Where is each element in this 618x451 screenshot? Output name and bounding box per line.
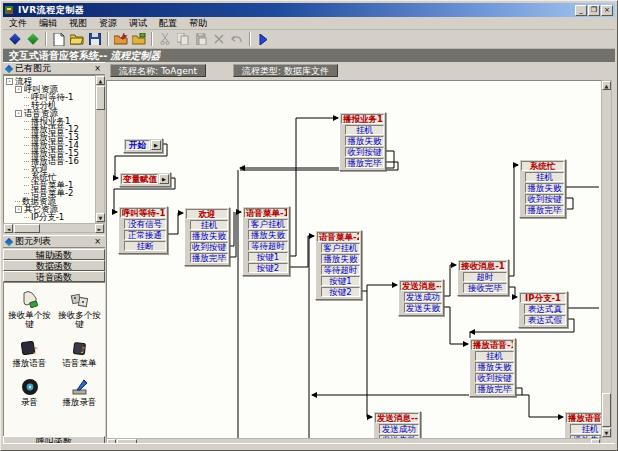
node-play-icon[interactable]: ▶ [151,140,161,150]
menu-item-帮助[interactable]: 帮助 [183,17,213,30]
import-flow-icon[interactable] [112,31,130,47]
tree-expander-icon[interactable]: - [15,206,22,213]
element-tree[interactable]: -流程-呼叫资源呼叫等待-1转分机-语音资源播报业务1播放语音-12播放语音-1… [3,75,95,223]
node-play-icon[interactable]: ▶ [159,174,169,184]
menu-item-调试[interactable]: 调试 [123,17,153,30]
existing-elements-header[interactable]: 已有图元 × [3,62,105,75]
flow-node-port-发送成功[interactable]: 发送成功 [379,424,419,434]
flow-node-port-播放失败[interactable]: 播放失败 [475,362,514,372]
palette-item-接收多个按键[interactable]: 接收多个按键 [55,289,105,329]
tree-expander-icon[interactable]: - [15,86,22,93]
flow-node-welcome[interactable]: 欢迎挂机播放失败收到按键播放完毕 [184,207,230,266]
back-diamond-icon[interactable] [6,31,24,47]
flow-node-port-等待超时[interactable]: 等待超时 [321,265,360,275]
flow-type-button[interactable]: 流程类型: 数据库文件 [233,64,338,77]
flow-node-port-播放完毕[interactable]: 播放完毕 [345,158,384,168]
flow-node-port-正常接通[interactable]: 正常接通 [124,230,166,240]
flow-node-port-挂机[interactable]: 挂机 [345,125,384,135]
minimize-button[interactable]: _ [575,5,587,16]
open-flow-icon[interactable] [68,31,86,47]
menu-item-资源[interactable]: 资源 [93,17,123,30]
flow-node-port-收到按键[interactable]: 收到按键 [345,147,384,157]
flow-node-port-超时[interactable]: 超时 [463,272,507,282]
flow-node-playvoice2[interactable]: 播放语音-1挂机播放失败 [564,411,601,438]
flow-node-port-挂机[interactable]: 挂机 [190,220,228,230]
flow-node-port-挂机[interactable]: 挂机 [570,424,601,434]
flow-node-start[interactable]: 开始▶ [123,138,163,153]
flow-node-port-播放失败[interactable]: 播放失败 [190,231,228,241]
flow-node-port-按键2[interactable]: 按键2 [321,287,360,297]
flow-node-playvoice1[interactable]: 播放语音-1挂机播放失败收到按键播放完毕 [469,338,516,397]
title-bar[interactable]: IVR流程定制器 _ ❐ × [3,3,615,17]
flow-node-assign[interactable]: 变量赋值▶ [119,172,171,187]
flow-node-ipbranch[interactable]: IP分支-1表达式真表达式假 [518,291,568,328]
flow-node-port-表达式假[interactable]: 表达式假 [524,315,566,325]
flow-node-port-发送成功[interactable]: 发送成功 [404,292,442,302]
flow-node-port-按键1[interactable]: 按键1 [321,276,360,286]
palette-item-录音[interactable]: 录音 [5,376,55,407]
export-flow-icon[interactable] [130,31,148,47]
tree-item-IP分支-1[interactable]: IP分支-1 [4,213,95,221]
canvas-vscrollbar[interactable]: ▲ ▼ [601,80,612,438]
flow-node-port-按键2[interactable]: 按键2 [248,263,288,273]
flow-node-port-播放失败[interactable]: 播放失败 [525,183,564,193]
flow-node-port-播放完毕[interactable]: 播放完毕 [475,384,514,394]
flow-canvas[interactable]: 开始▶变量赋值▶呼叫等待-1没有信号正常接通挂断欢迎挂机播放失败收到按键播放完毕… [106,80,601,438]
category-data-functions[interactable]: 数据函数 [3,260,105,271]
palette-item-播放录音[interactable]: 播放录音 [55,376,105,407]
flow-node-port-没有信号[interactable]: 没有信号 [124,219,166,229]
flow-node-port-发送失败[interactable]: 发送失败 [404,303,442,313]
close-button[interactable]: × [601,5,613,16]
cut-icon [156,31,174,47]
save-flow-icon[interactable] [86,31,104,47]
menu-item-文件[interactable]: 文件 [3,17,33,30]
tree-vscrollbar[interactable]: ▲ ▼ [95,75,105,223]
flow-node-sysbusy[interactable]: 系统忙挂机播放失败收到按键播放完毕 [519,159,566,218]
flow-node-port-播放完毕[interactable]: 播放完毕 [190,253,228,263]
flow-node-menu1[interactable]: 语音菜单-1客户挂机播放失败等待超时按键1按键2 [242,206,290,276]
panel-close-icon[interactable]: × [92,64,103,73]
palette-item-接收单个按键[interactable]: 接收单个按键 [5,289,55,329]
flow-node-sendmsg1[interactable]: 发送消息--发送成功发送失败 [398,279,444,316]
flow-node-port-播放失败[interactable]: 播放失败 [248,230,288,240]
flow-node-port-播放失败[interactable]: 播放失败 [321,254,360,264]
flow-node-port-挂断[interactable]: 挂断 [124,241,166,251]
palette-item-语音菜单[interactable]: ♪ 语音菜单 [55,337,105,368]
flow-node-port-挂机[interactable]: 挂机 [475,351,514,361]
flow-node-port-收到按键[interactable]: 收到按键 [190,242,228,252]
flow-node-broadcast[interactable]: 播报业务1挂机播放失败收到按键播放完毕 [339,112,386,171]
flow-node-port-挂机[interactable]: 挂机 [525,172,564,182]
flow-node-port-表达式真[interactable]: 表达式真 [524,304,566,314]
flow-node-port-收到按键[interactable]: 收到按键 [525,194,564,204]
flow-node-menu2[interactable]: 语音菜单-2客户挂机播放失败等待超时按键1按键2 [315,230,362,300]
category-aux-functions[interactable]: 辅助函数 [3,249,105,260]
palette-item-播放语音[interactable]: ♪ 播放语音 [5,337,55,368]
tree-item-播放语音-16[interactable]: 播放语音-16 [4,157,95,165]
flow-node-port-播放完毕[interactable]: 播放完毕 [525,205,564,215]
tree-expander-icon[interactable]: - [15,110,22,117]
element-list-header[interactable]: 图元列表 × [3,235,105,248]
flow-node-sendmsg2[interactable]: 发送消息--发送成功发送失败 [373,411,421,438]
tree-connector [24,145,29,146]
tree-expander-icon[interactable]: - [6,78,13,85]
flow-node-port-客户挂机[interactable]: 客户挂机 [248,219,288,229]
flow-name-button[interactable]: 流程名称: ToAgent [110,64,206,77]
forward-diamond-icon[interactable] [24,31,42,47]
new-flow-icon[interactable] [50,31,68,47]
flow-node-port-客户挂机[interactable]: 客户挂机 [321,243,360,253]
flow-node-recvmsg[interactable]: 接收消息-1超时接收完毕 [457,259,509,296]
flow-node-port-播放失败[interactable]: 播放失败 [345,136,384,146]
restore-button[interactable]: ❐ [588,5,600,16]
menu-item-编辑[interactable]: 编辑 [33,17,63,30]
tree-hscrollbar[interactable]: ◄ ► [3,223,105,233]
flow-node-port-接收完毕[interactable]: 接收完毕 [463,283,507,293]
flow-node-port-等待超时[interactable]: 等待超时 [248,241,288,251]
run-icon[interactable] [254,31,272,47]
menu-item-视图[interactable]: 视图 [63,17,93,30]
menu-item-配置[interactable]: 配置 [153,17,183,30]
flow-node-callwait[interactable]: 呼叫等待-1没有信号正常接通挂断 [118,206,168,254]
flow-node-port-按键1[interactable]: 按键1 [248,252,288,262]
panel-close-icon[interactable]: × [92,237,103,246]
flow-node-port-收到按键[interactable]: 收到按键 [475,373,514,383]
category-voice-functions[interactable]: 语音函数 [3,271,105,282]
